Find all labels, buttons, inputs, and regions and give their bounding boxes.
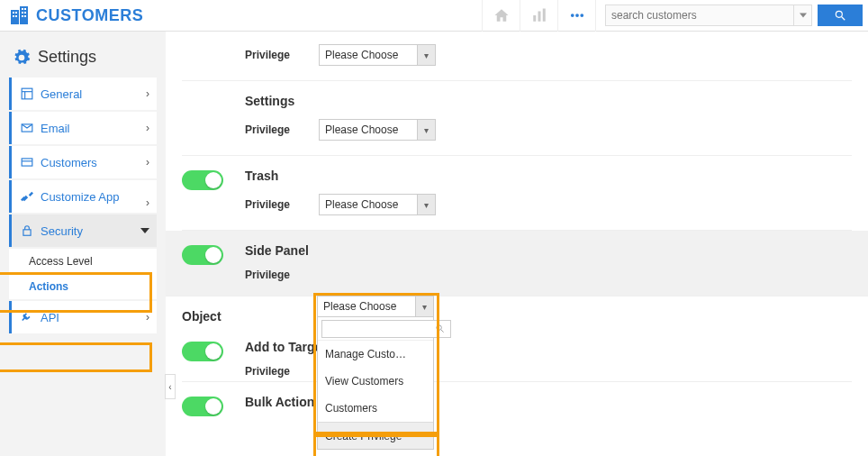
brand-icon bbox=[11, 6, 31, 24]
svg-rect-12 bbox=[533, 15, 536, 22]
search-input-wrap[interactable] bbox=[605, 5, 812, 26]
sidebar-collapse-handle[interactable]: ‹ bbox=[165, 374, 176, 399]
privilege-label: Privilege bbox=[245, 49, 295, 61]
svg-rect-6 bbox=[22, 8, 23, 10]
svg-rect-10 bbox=[22, 15, 23, 17]
toggle-side-panel[interactable] bbox=[182, 245, 223, 265]
highlight-box bbox=[0, 342, 152, 372]
privilege-label: Privilege bbox=[245, 365, 295, 378]
privilege-select[interactable]: Please Choose ▾ bbox=[319, 44, 436, 66]
layout-icon bbox=[19, 87, 35, 100]
search-dropdown-toggle[interactable] bbox=[793, 5, 811, 25]
sidebar-sub-actions[interactable]: Actions bbox=[9, 274, 157, 299]
dropdown-option[interactable]: Manage Custo… bbox=[318, 341, 433, 368]
chevron-right-icon: › bbox=[146, 196, 149, 209]
plug-icon bbox=[19, 311, 35, 324]
sidebar-title-text: Settings bbox=[38, 48, 96, 67]
chevron-down-icon: ▾ bbox=[417, 45, 435, 65]
search-input[interactable] bbox=[606, 9, 793, 22]
home-icon[interactable] bbox=[482, 0, 520, 32]
svg-rect-1 bbox=[20, 6, 28, 24]
sidebar-item-label: Security bbox=[35, 224, 157, 238]
sidebar-item-general[interactable]: General › bbox=[9, 78, 157, 110]
select-value: Please Choose bbox=[320, 123, 417, 136]
svg-rect-7 bbox=[24, 8, 26, 10]
tools-icon bbox=[19, 190, 35, 203]
sidebar-item-label: Customers bbox=[35, 156, 157, 169]
toggle-trash[interactable] bbox=[182, 170, 223, 190]
card-icon bbox=[19, 156, 35, 169]
search-button[interactable] bbox=[818, 5, 863, 26]
svg-rect-9 bbox=[24, 12, 26, 14]
lock-icon bbox=[19, 224, 35, 237]
privilege-label: Privilege bbox=[245, 198, 295, 211]
chevron-right-icon: › bbox=[146, 156, 149, 169]
object-heading: Object bbox=[182, 296, 852, 327]
chevron-down-icon: ▾ bbox=[417, 120, 435, 140]
chevron-down-icon bbox=[140, 226, 149, 235]
dropdown-option[interactable]: View Customers bbox=[318, 368, 433, 395]
chevron-right-icon: › bbox=[146, 122, 149, 134]
svg-rect-13 bbox=[538, 12, 540, 22]
privilege-select[interactable]: Please Choose ▾ bbox=[319, 119, 436, 141]
select-value: Please Choose bbox=[320, 49, 417, 61]
svg-rect-11 bbox=[24, 15, 26, 17]
chevron-right-icon: › bbox=[146, 311, 149, 324]
sidebar-item-email[interactable]: Email › bbox=[9, 112, 157, 144]
toggle-bulk-action[interactable] bbox=[182, 397, 223, 416]
sidebar-item-label: API bbox=[35, 311, 157, 324]
section-settings: Settings bbox=[245, 94, 852, 108]
privilege-label: Privilege bbox=[245, 123, 295, 136]
svg-rect-8 bbox=[22, 12, 23, 14]
sidebar-title: Settings bbox=[9, 42, 157, 78]
sidebar-item-customers[interactable]: Customers › bbox=[9, 146, 157, 178]
section-trash: Trash bbox=[245, 169, 852, 183]
select-value: Please Choose bbox=[318, 300, 415, 313]
dropdown-create-privilege[interactable]: Create Privilege bbox=[318, 422, 433, 449]
sidebar-item-customize[interactable]: Customize App › bbox=[9, 180, 157, 213]
svg-point-18 bbox=[836, 11, 842, 17]
brand[interactable]: CUSTOMERS bbox=[0, 6, 180, 25]
more-icon[interactable] bbox=[557, 0, 595, 32]
chevron-down-icon: ▾ bbox=[417, 195, 435, 214]
chevron-down-icon: ▾ bbox=[415, 296, 433, 316]
sidebar-item-label: Email bbox=[35, 122, 157, 135]
privilege-dropdown-panel: Manage Custo… View Customers Customers C… bbox=[317, 317, 434, 450]
sidebar-item-security[interactable]: Security bbox=[9, 214, 157, 247]
svg-rect-26 bbox=[23, 230, 31, 235]
svg-line-19 bbox=[842, 17, 845, 21]
svg-rect-24 bbox=[22, 159, 32, 166]
brand-text: CUSTOMERS bbox=[36, 6, 143, 25]
svg-point-15 bbox=[570, 14, 574, 17]
svg-point-17 bbox=[580, 14, 583, 17]
mail-icon bbox=[19, 122, 35, 134]
gear-icon bbox=[13, 49, 31, 67]
sidebar-item-label: Customize App bbox=[35, 190, 157, 204]
svg-rect-2 bbox=[13, 12, 14, 14]
dropdown-option[interactable]: Customers bbox=[318, 395, 433, 422]
privilege-select[interactable]: Please Choose ▾ bbox=[319, 194, 436, 215]
svg-rect-0 bbox=[11, 10, 19, 24]
svg-rect-4 bbox=[13, 15, 14, 17]
chevron-right-icon: › bbox=[146, 87, 149, 100]
section-side-panel: Side Panel bbox=[245, 243, 852, 258]
toggle-add-to-target[interactable] bbox=[182, 342, 223, 361]
sidebar-sub-access-level[interactable]: Access Level bbox=[9, 249, 157, 274]
privilege-select-open[interactable]: Please Choose ▾ bbox=[317, 296, 434, 317]
svg-rect-5 bbox=[15, 15, 17, 17]
privilege-label: Privilege bbox=[245, 269, 295, 281]
dropdown-search-input[interactable] bbox=[321, 320, 451, 338]
svg-rect-3 bbox=[15, 12, 17, 14]
svg-rect-20 bbox=[22, 88, 32, 99]
select-value: Please Choose bbox=[320, 198, 417, 211]
sidebar-item-label: General bbox=[35, 87, 157, 101]
chart-icon[interactable] bbox=[520, 0, 557, 32]
svg-rect-14 bbox=[542, 9, 545, 22]
sidebar-item-api[interactable]: API › bbox=[9, 301, 157, 333]
svg-point-16 bbox=[575, 14, 579, 17]
